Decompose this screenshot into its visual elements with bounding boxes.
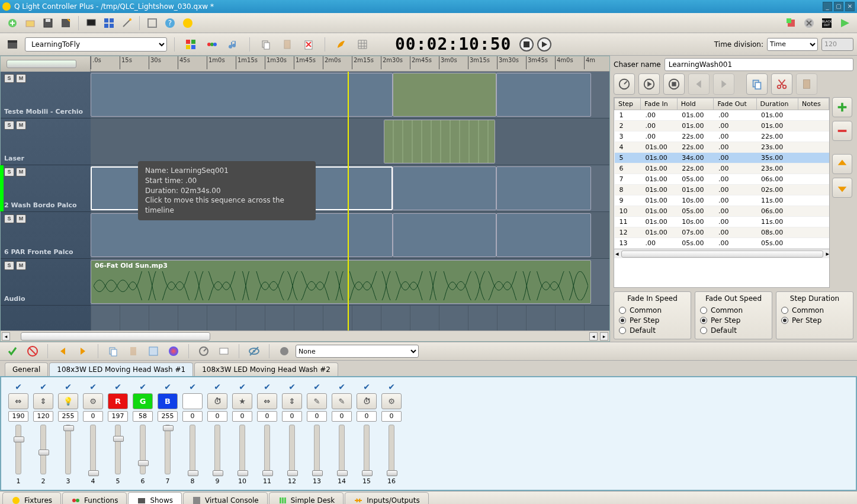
channel-value[interactable]: 0 [282, 411, 302, 422]
channel-check[interactable]: ✔ [65, 382, 72, 391]
channel-value[interactable]: 0 [332, 411, 352, 422]
channel-slider[interactable] [339, 425, 345, 474]
speed-dial-button[interactable] [614, 73, 635, 95]
track-row-audio[interactable]: 06-Fat Old Sun.mp3 [91, 259, 609, 306]
channel-type-icon[interactable]: ⏱ [357, 393, 377, 409]
channel-value[interactable]: 0 [381, 411, 402, 422]
radio-per-step[interactable]: Per Step [781, 316, 848, 325]
run-button[interactable] [837, 16, 852, 30]
minimize-button[interactable]: _ [823, 2, 832, 11]
address-button[interactable] [102, 16, 116, 30]
channel-value[interactable]: 255 [158, 411, 178, 422]
channel-slider[interactable] [214, 425, 220, 474]
remove-step-button[interactable] [832, 121, 852, 141]
radio-per-step[interactable]: Per Step [619, 316, 686, 325]
channel-type-icon[interactable]: ⚙ [381, 393, 402, 409]
step-col-header[interactable]: Duration [756, 98, 798, 110]
radio-per-step[interactable]: Per Step [700, 316, 767, 325]
channel-check[interactable]: ✔ [40, 382, 47, 391]
step-row[interactable]: 1101s.0010s.00.0011s.00 [615, 217, 829, 227]
track-header[interactable]: SMAudio [1, 259, 91, 306]
channel-check[interactable]: ✔ [264, 382, 271, 391]
mute-button[interactable]: M [16, 74, 26, 83]
channel-slider[interactable] [15, 425, 21, 474]
step-row[interactable]: 2.0001s.00.0001s.00 [615, 121, 829, 131]
channel-check[interactable]: ✔ [388, 382, 395, 391]
channel-type-icon[interactable]: ★ [232, 393, 252, 409]
channel-type-icon[interactable]: ⇔ [257, 393, 277, 409]
step-row[interactable]: 701s.0005s.00.0006s.00 [615, 174, 829, 185]
track-header[interactable]: SM6 PAR Fronte Palco [1, 212, 91, 259]
play-button[interactable] [537, 37, 551, 52]
channel-type-icon[interactable]: W [182, 393, 203, 409]
channel-value[interactable]: 197 [108, 411, 128, 422]
close-button[interactable]: ✕ [845, 2, 855, 11]
track-header[interactable]: SMLaser [1, 118, 91, 165]
step-row[interactable]: 13.0005s.00.0005s.00 [615, 238, 829, 249]
radio-common[interactable]: Common [700, 306, 767, 314]
enable-all-button[interactable] [5, 344, 20, 358]
channel-type-icon[interactable]: G [133, 393, 153, 409]
cut-step-button[interactable] [771, 73, 792, 95]
channel-check[interactable]: ✔ [239, 382, 246, 391]
fixture-tab[interactable]: General [5, 362, 48, 376]
step-col-header[interactable]: Hold [677, 98, 714, 110]
wand-button[interactable] [120, 16, 134, 30]
mute-button[interactable]: M [16, 168, 26, 176]
step-row[interactable]: 601s.0022s.00.0023s.00 [615, 163, 829, 174]
radio-default[interactable]: Default [700, 326, 767, 335]
channel-value[interactable]: 255 [58, 411, 78, 422]
copy-button[interactable] [259, 37, 273, 52]
timeline-ruler[interactable]: .0s15s30s45s1m0s1m15s1m30s1m45s2m0s2m15s… [91, 56, 609, 72]
add-audio-button[interactable] [226, 37, 240, 52]
help-button[interactable]: ? [163, 16, 177, 30]
show-select[interactable]: LearningToFly [25, 37, 167, 52]
panic-button[interactable] [802, 16, 816, 30]
fixture-tab[interactable]: 108x3W LED Moving Head Wash #1 [49, 362, 193, 376]
channel-type-icon[interactable]: B [158, 393, 178, 409]
channel-check[interactable]: ✔ [164, 382, 171, 391]
timeline-head-scroll[interactable] [1, 56, 91, 72]
channel-value[interactable]: 190 [8, 411, 28, 422]
channel-slider[interactable] [314, 425, 320, 474]
channel-check[interactable]: ✔ [288, 382, 296, 391]
blackout-button[interactable]: BLACKOUT [820, 16, 834, 30]
channel-check[interactable]: ✔ [363, 382, 370, 391]
channel-slider[interactable] [190, 425, 195, 474]
mute-button[interactable]: M [16, 214, 26, 223]
fixture-tab[interactable]: 108x3W LED Moving Head Wash #2 [194, 362, 338, 376]
step-row[interactable]: 901s.0010s.00.0011s.00 [615, 195, 829, 206]
add-track-button[interactable] [184, 37, 198, 52]
channel-type-icon[interactable]: ⇕ [33, 393, 53, 409]
channel-check[interactable]: ✔ [89, 382, 97, 391]
channel-check[interactable]: ✔ [139, 382, 146, 391]
step-col-header[interactable]: Notes [798, 98, 829, 110]
step-next-button[interactable] [713, 73, 734, 95]
channel-value[interactable]: 0 [257, 411, 277, 422]
record-button[interactable] [277, 344, 291, 358]
save-as-button[interactable] [59, 16, 73, 30]
channel-type-icon[interactable]: ⏱ [207, 393, 227, 409]
step-prev-button[interactable] [688, 73, 710, 95]
channel-value[interactable]: 120 [33, 411, 53, 422]
fullscreen-button[interactable] [145, 16, 159, 30]
step-col-header[interactable]: Fade In [641, 98, 678, 110]
open-button[interactable] [23, 16, 37, 30]
step-row[interactable]: 3.0022s.00.0022s.00 [615, 131, 829, 142]
delete-button[interactable] [301, 37, 316, 52]
channel-slider[interactable] [140, 425, 146, 474]
solo-button[interactable]: S [4, 74, 14, 83]
move-down-button[interactable] [832, 178, 852, 198]
move-up-button[interactable] [832, 154, 852, 174]
channel-slider[interactable] [65, 425, 71, 474]
channel-value[interactable]: 0 [232, 411, 252, 422]
step-col-header[interactable]: Fade Out [714, 98, 756, 110]
time-division-select[interactable]: Time [767, 38, 818, 51]
about-button[interactable] [181, 16, 195, 30]
copy-all-button[interactable] [146, 344, 161, 358]
color-tool-button[interactable] [166, 344, 181, 358]
snap-grid-button[interactable] [355, 37, 370, 52]
solo-button[interactable]: S [4, 121, 14, 130]
tab-shows[interactable]: Shows [128, 492, 182, 504]
paste-values-button[interactable] [126, 344, 140, 358]
